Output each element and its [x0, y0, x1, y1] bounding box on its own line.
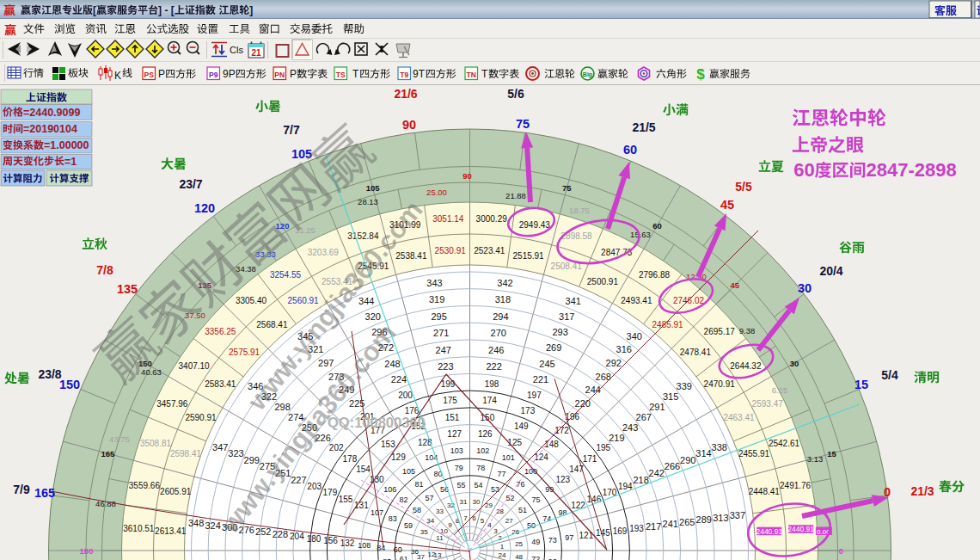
svg-text:122: 122	[571, 501, 585, 510]
svg-text:200: 200	[398, 391, 413, 400]
svg-text:298: 298	[274, 402, 290, 412]
svg-text:271: 271	[433, 328, 449, 338]
svg-text:Cls: Cls	[230, 45, 243, 55]
svg-text:227: 227	[291, 475, 306, 485]
svg-text:QQ:100800360: QQ:100800360	[328, 415, 426, 430]
svg-text:339: 339	[677, 381, 692, 391]
svg-text:180: 180	[307, 534, 322, 544]
svg-text:2448.41: 2448.41	[749, 487, 781, 496]
svg-text:323: 323	[228, 448, 243, 458]
svg-text:9T: 9T	[413, 68, 426, 80]
svg-text:90: 90	[402, 118, 416, 132]
svg-text:2493.41: 2493.41	[621, 296, 652, 305]
svg-text:342: 342	[497, 278, 512, 288]
svg-text:K: K	[114, 70, 121, 82]
svg-text:2590.91: 2590.91	[185, 413, 217, 422]
svg-text:5/5: 5/5	[735, 180, 752, 194]
svg-text:25: 25	[515, 540, 523, 548]
svg-text:265: 265	[679, 517, 695, 527]
svg-text:7/8: 7/8	[96, 263, 113, 277]
svg-text:316: 316	[616, 344, 632, 354]
svg-text:7/9: 7/9	[13, 483, 30, 496]
svg-text:72: 72	[531, 555, 540, 560]
svg-text:0: 0	[839, 546, 843, 556]
svg-text:21/6: 21/6	[394, 87, 417, 101]
svg-text:28.13: 28.13	[358, 197, 378, 206]
svg-text:15.63: 15.63	[630, 230, 651, 239]
svg-text:343: 343	[426, 278, 442, 288]
svg-text:15: 15	[854, 378, 868, 391]
svg-text:266: 266	[665, 461, 680, 471]
svg-text:290: 290	[680, 455, 695, 465]
svg-text:77: 77	[498, 470, 506, 478]
svg-text:40.63: 40.63	[141, 367, 162, 377]
svg-text:313: 313	[713, 513, 728, 523]
svg-text:3000.29: 3000.29	[476, 214, 508, 224]
svg-text:125: 125	[507, 438, 522, 447]
svg-text:180: 180	[80, 546, 94, 556]
svg-text:348: 348	[188, 518, 204, 528]
svg-text:197: 197	[527, 391, 542, 400]
svg-text:2491.76: 2491.76	[780, 481, 812, 490]
svg-text:174: 174	[482, 396, 497, 405]
svg-text:318: 318	[495, 294, 511, 305]
svg-text:60: 60	[394, 545, 402, 554]
svg-text:270: 270	[491, 328, 506, 338]
svg-text:173: 173	[521, 406, 536, 415]
svg-text:243: 243	[622, 422, 638, 433]
svg-text:289: 289	[696, 514, 712, 525]
svg-text:145: 145	[596, 528, 610, 538]
svg-text:81: 81	[414, 480, 423, 489]
svg-text:90: 90	[462, 171, 472, 181]
svg-text:60: 60	[652, 221, 662, 231]
svg-text:75: 75	[562, 183, 572, 193]
svg-text:148: 148	[544, 440, 559, 449]
svg-text:103: 103	[450, 446, 463, 455]
svg-text:35: 35	[420, 528, 428, 536]
svg-text:221: 221	[533, 374, 548, 385]
svg-text:9P: 9P	[223, 68, 236, 80]
svg-text:194: 194	[618, 482, 633, 491]
svg-text:53: 53	[491, 485, 499, 494]
svg-text:204: 204	[290, 532, 304, 541]
svg-text:293: 293	[552, 327, 567, 337]
svg-text:175: 175	[443, 396, 457, 405]
svg-text:2440.91: 2440.91	[756, 527, 782, 536]
svg-text:3203.69: 3203.69	[308, 248, 340, 257]
svg-text:=1.00000: =1.00000	[44, 139, 89, 151]
svg-text:T: T	[481, 68, 488, 80]
svg-text:30: 30	[790, 359, 799, 368]
svg-text:3356.25: 3356.25	[205, 327, 236, 336]
svg-text:27: 27	[505, 517, 513, 525]
svg-text:105: 105	[366, 183, 381, 193]
svg-text:Big: Big	[583, 71, 592, 78]
svg-text:228: 228	[273, 529, 288, 539]
svg-text:79: 79	[455, 464, 463, 472]
svg-text:314: 314	[695, 448, 711, 458]
svg-text:P: P	[158, 68, 165, 80]
svg-text:2560.91: 2560.91	[288, 296, 320, 305]
svg-text:2455.91: 2455.91	[738, 449, 770, 458]
svg-text:23/8: 23/8	[38, 367, 61, 381]
svg-text:247: 247	[436, 345, 451, 355]
svg-text:101: 101	[502, 453, 515, 462]
svg-text:2542.61: 2542.61	[769, 439, 800, 448]
svg-text:2644.32: 2644.32	[730, 361, 762, 371]
svg-text:108: 108	[358, 541, 371, 550]
svg-text:106: 106	[383, 485, 396, 494]
svg-text:5: 5	[481, 517, 485, 525]
svg-text:153: 153	[381, 440, 395, 449]
svg-text:PS: PS	[144, 71, 155, 79]
svg-text:198: 198	[485, 379, 499, 389]
svg-text:=2440.9099: =2440.9099	[23, 107, 80, 119]
svg-text:2593.47: 2593.47	[752, 399, 784, 409]
svg-text:102: 102	[476, 446, 489, 455]
svg-text:2746.02: 2746.02	[673, 296, 705, 305]
svg-text:347: 347	[212, 442, 228, 452]
svg-text:105: 105	[291, 147, 312, 161]
svg-text:2847-2898: 2847-2898	[867, 159, 957, 181]
svg-text:T: T	[352, 68, 359, 80]
svg-text:149: 149	[514, 422, 529, 431]
svg-text:3: 3	[493, 527, 498, 535]
svg-text:83: 83	[389, 514, 397, 523]
